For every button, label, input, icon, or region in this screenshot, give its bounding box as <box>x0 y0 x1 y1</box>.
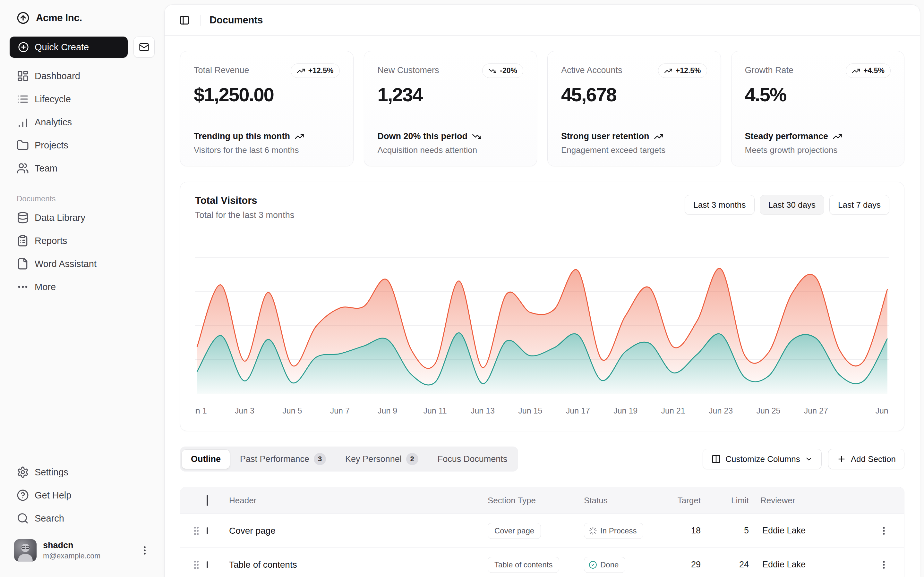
table-row: Table of contentsTable of contentsDone29… <box>180 548 904 577</box>
plus-icon <box>837 454 846 464</box>
stat-card-value: 45,678 <box>561 84 707 106</box>
sidebar-item-more[interactable]: More <box>10 276 155 298</box>
x-axis-tick: Jun 15 <box>518 406 542 415</box>
sidebar-item-word-assistant[interactable]: Word Assistant <box>10 253 155 275</box>
tab-key-personnel[interactable]: Key Personnel2 <box>336 448 427 470</box>
range-button-last-30-days[interactable]: Last 30 days <box>760 195 824 215</box>
stat-card-total-revenue: Total Revenue+12.5%$1,250.00Trending up … <box>180 51 354 166</box>
ellipsis-icon <box>17 281 29 293</box>
sidebar-item-lifecycle[interactable]: Lifecycle <box>10 88 155 110</box>
time-range-group: Last 3 monthsLast 30 daysLast 7 days <box>685 195 889 215</box>
x-axis-tick: Jun 23 <box>709 406 733 415</box>
x-axis-tick: Jun 19 <box>614 406 638 415</box>
sidebar-item-data-library[interactable]: Data Library <box>10 206 155 229</box>
trending-up-icon <box>297 67 305 75</box>
clipboard-list-icon <box>17 235 29 247</box>
org-switcher[interactable]: Acme Inc. <box>10 8 155 27</box>
tab-count-badge: 2 <box>406 453 418 465</box>
stat-card-new-customers: New Customers-20%1,234Down 20% this peri… <box>364 51 537 166</box>
quick-create-label: Quick Create <box>35 42 89 53</box>
inbox-button[interactable] <box>134 37 155 58</box>
limit-cell[interactable]: 5 <box>712 526 760 536</box>
reviewer-cell[interactable]: Eddie Lake <box>760 526 869 536</box>
drag-handle[interactable] <box>186 525 207 536</box>
stat-card-label: Total Revenue <box>194 63 249 75</box>
tab-past-performance[interactable]: Past Performance3 <box>231 448 335 470</box>
row-menu-button[interactable] <box>869 560 898 570</box>
reviewer-cell[interactable]: Eddie Lake <box>760 560 869 570</box>
sidebar-item-team[interactable]: Team <box>10 157 155 179</box>
row-header-cell[interactable]: Table of contents <box>229 560 488 570</box>
status-badge: In Process <box>584 523 643 539</box>
x-axis-tick: Jun 1 <box>195 406 207 415</box>
drag-handle[interactable] <box>186 559 207 570</box>
table-row: Cover pageCover pageIn Process185Eddie L… <box>180 514 904 548</box>
sidebar-item-label: Dashboard <box>35 71 80 81</box>
tab-focus-documents[interactable]: Focus Documents <box>429 450 517 469</box>
user-email: m@example.com <box>43 552 133 560</box>
row-checkbox[interactable] <box>207 561 208 568</box>
sidebar-nav-footer: SettingsGet HelpSearch <box>10 461 155 530</box>
sidebar-item-dashboard[interactable]: Dashboard <box>10 65 155 87</box>
x-axis-tick: Jun 11 <box>423 406 447 415</box>
stat-card-value: 4.5% <box>745 84 891 106</box>
column-header: Status <box>584 496 674 506</box>
trending-down-icon <box>488 67 497 75</box>
main-panel: Documents Total Revenue+12.5%$1,250.00Tr… <box>164 5 920 577</box>
sidebar-item-analytics[interactable]: Analytics <box>10 111 155 133</box>
quick-create-button[interactable]: Quick Create <box>10 37 128 58</box>
column-header: Header <box>229 496 488 506</box>
table-header-row: HeaderSection TypeStatusTargetLimitRevie… <box>180 487 904 514</box>
select-all-checkbox[interactable] <box>207 495 208 506</box>
add-section-label: Add Section <box>851 454 896 464</box>
view-tabs: OutlinePast Performance3Key Personnel2Fo… <box>180 446 518 472</box>
sidebar-item-settings[interactable]: Settings <box>10 461 155 484</box>
range-button-last-3-months[interactable]: Last 3 months <box>685 195 754 215</box>
sidebar-item-label: Team <box>35 163 57 174</box>
sidebar-item-label: Word Assistant <box>35 259 97 269</box>
ellipsis-vertical-icon <box>879 560 889 570</box>
sidebar-item-projects[interactable]: Projects <box>10 134 155 156</box>
sidebar-item-label: Settings <box>35 467 68 478</box>
sections-table: HeaderSection TypeStatusTargetLimitRevie… <box>180 487 905 577</box>
loader-icon <box>589 527 597 535</box>
sidebar-item-label: Reports <box>35 235 67 246</box>
target-cell[interactable]: 18 <box>674 526 712 536</box>
sidebar-toggle-button[interactable] <box>177 13 192 28</box>
sidebar-nav-documents: Data LibraryReportsWord AssistantMore <box>10 206 155 298</box>
page-title: Documents <box>210 15 263 26</box>
panel-left-icon <box>179 15 190 25</box>
circle-check-icon <box>589 561 597 569</box>
x-axis-tick: Jun 27 <box>804 406 828 415</box>
range-button-last-7-days[interactable]: Last 7 days <box>829 195 889 215</box>
customize-columns-button[interactable]: Customize Columns <box>703 449 822 469</box>
section-type-badge: Table of contents <box>488 557 559 573</box>
row-checkbox[interactable] <box>207 527 208 534</box>
customize-columns-label: Customize Columns <box>725 454 800 464</box>
file-icon <box>17 258 29 270</box>
limit-cell[interactable]: 24 <box>712 560 760 570</box>
quick-create-row: Quick Create <box>10 37 155 58</box>
stat-card-footer: Strong user retention Engagement exceed … <box>561 131 707 155</box>
sidebar-item-reports[interactable]: Reports <box>10 229 155 252</box>
sidebar-item-search[interactable]: Search <box>10 507 155 530</box>
x-axis-tick: Jun 30 <box>875 406 889 415</box>
user-menu[interactable]: shadcn m@example.com <box>10 535 155 566</box>
add-section-button[interactable]: Add Section <box>828 449 905 469</box>
column-header: Limit <box>712 496 760 506</box>
trending-down-icon <box>472 132 481 141</box>
row-menu-button[interactable] <box>869 526 898 536</box>
sidebar-item-get-help[interactable]: Get Help <box>10 484 155 506</box>
page-header: Documents <box>165 5 920 35</box>
trending-up-icon <box>654 132 664 141</box>
list-icon <box>17 93 29 105</box>
target-cell[interactable]: 29 <box>674 560 712 570</box>
column-header: Reviewer <box>760 496 869 506</box>
tab-outline[interactable]: Outline <box>182 450 230 469</box>
stat-card-growth-rate: Growth Rate+4.5%4.5%Steady performance M… <box>731 51 905 166</box>
user-menu-trigger[interactable] <box>139 545 150 556</box>
row-header-cell[interactable]: Cover page <box>229 526 488 536</box>
org-name: Acme Inc. <box>36 12 82 24</box>
stat-card-footer: Steady performance Meets growth projecti… <box>745 131 891 155</box>
sidebar: Acme Inc. Quick Create DashboardLifecycl… <box>0 0 164 577</box>
